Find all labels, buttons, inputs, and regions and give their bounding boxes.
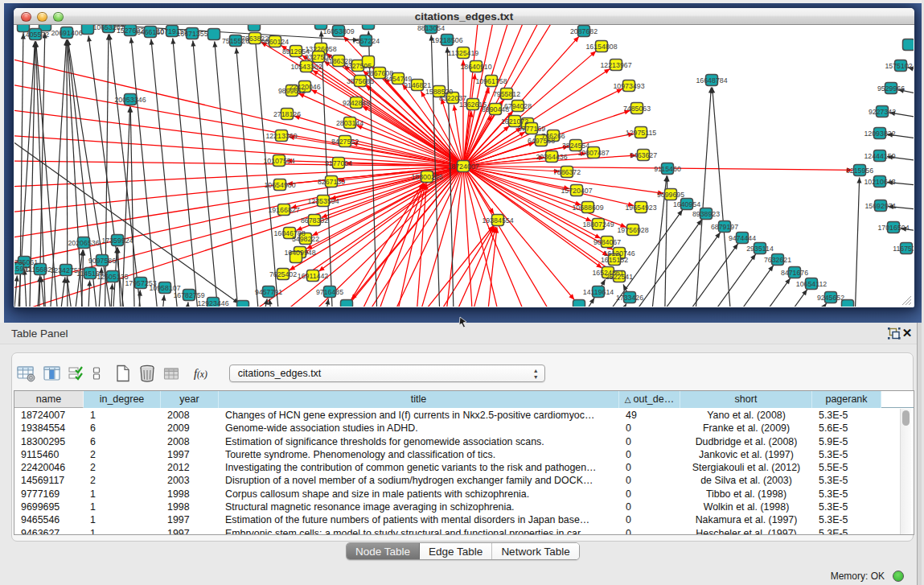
graph-node[interactable] xyxy=(82,25,94,35)
float-window-icon[interactable] xyxy=(888,328,901,340)
tab-network-table[interactable]: Network Table xyxy=(492,543,578,560)
graph-node-label: 2935114 xyxy=(746,245,774,253)
delete-icon[interactable] xyxy=(138,365,156,382)
graph-node-label: 9474444 xyxy=(729,234,756,242)
graph-node[interactable] xyxy=(363,25,375,30)
table-header-row[interactable]: namein_degreeyeartitle△out_de…shortpager… xyxy=(14,391,914,408)
tab-node-table[interactable]: Node Table xyxy=(347,543,420,560)
select-rows-icon[interactable] xyxy=(68,365,84,382)
graph-node-label: 9245652 xyxy=(817,294,844,302)
memory-status-label: Memory: OK xyxy=(831,571,885,582)
graph-node-label: 1640954 xyxy=(673,200,700,208)
graph-node-label: 9660124 xyxy=(261,38,289,46)
graph-node-label: 1167533 xyxy=(893,245,914,253)
window-resize-grip[interactable] xyxy=(901,295,912,306)
table-vertical-scrollbar[interactable] xyxy=(900,409,911,534)
table-cell: 5.3E-5 xyxy=(812,474,881,487)
table-row[interactable]: 1872400712008Changes of HCN gene express… xyxy=(14,409,881,422)
graph-node-label: 10210643 xyxy=(864,178,895,186)
combo-stepper-icon[interactable]: ▲▼ xyxy=(533,368,539,381)
graph-node-label: 7357224 xyxy=(352,37,380,45)
scrollbar-thumb[interactable] xyxy=(902,410,910,426)
graph-node[interactable] xyxy=(573,300,585,307)
graph-node-label: 19756928 xyxy=(617,226,648,234)
function-builder-icon[interactable]: f(x) xyxy=(194,367,207,381)
table-cell: Corpus callosum shape and size in male p… xyxy=(219,488,619,501)
table-row[interactable]: 977716911998Corpus callosum shape and si… xyxy=(14,488,881,501)
table-row[interactable]: 1938455462009Genome-wide association stu… xyxy=(14,422,881,435)
network-select[interactable]: citations_edges.txt ▲▼ xyxy=(229,365,545,382)
graph-node-label: 8427552 xyxy=(331,138,359,146)
graph-node[interactable] xyxy=(341,300,353,307)
table-cell: 5.3E-5 xyxy=(812,527,881,535)
column-header-year[interactable]: year xyxy=(161,391,219,408)
column-header-title[interactable]: title xyxy=(219,391,619,408)
table-row[interactable]: 946362711997Embryonic stem cells: a mode… xyxy=(14,527,881,535)
graph-node-label: 9899612 xyxy=(278,87,306,95)
table-row[interactable]: 2242004622012Investigating the contribut… xyxy=(14,461,881,474)
citation-network-graph[interactable]: 1405572206914061065326715276026466160107… xyxy=(14,25,914,307)
table-row[interactable]: 969969511998Structural magnetic resonanc… xyxy=(14,501,881,513)
graph-node-label: 6497568 xyxy=(528,137,555,145)
column-header-pagerank[interactable]: pagerank xyxy=(812,391,881,408)
column-header-short[interactable]: short xyxy=(680,391,812,408)
graph-node-label: 9227342 xyxy=(869,108,896,116)
table-row[interactable]: 1830029562008Estimation of significance … xyxy=(14,435,881,448)
table-cell: Tourette syndrome. Phenomenology and cla… xyxy=(219,448,619,461)
graph-node-label: 9115460 xyxy=(654,165,681,173)
table-body[interactable]: 1872400712008Changes of HCN gene express… xyxy=(14,409,881,535)
table-row[interactable]: 1456911722003Disruption of a novel membe… xyxy=(14,474,881,487)
table-cell: 6 xyxy=(84,422,161,435)
graph-node-label: 19384554 xyxy=(482,216,513,225)
row-height-icon[interactable] xyxy=(92,365,101,382)
table-cell: 0 xyxy=(619,461,680,474)
graph-node-label: 12353594 xyxy=(307,197,339,205)
node-table[interactable]: namein_degreeyeartitle△out_de…shortpager… xyxy=(14,390,914,535)
graph-node[interactable] xyxy=(248,25,261,31)
table-tabs: Node TableEdge TableNetwork Table xyxy=(346,542,580,560)
graph-node-label: 20053346 xyxy=(114,96,146,104)
graph-node[interactable] xyxy=(208,29,220,40)
table-cell: 0 xyxy=(619,422,680,435)
table-settings-icon[interactable] xyxy=(17,365,36,382)
graph-node-label: 8267130 xyxy=(318,178,345,186)
window-titlebar[interactable]: citations_edges.txt xyxy=(14,8,914,25)
table-cell: 2 xyxy=(84,474,161,487)
graph-node-label: 1405572 xyxy=(22,31,49,39)
graph-node-label: 10807487 xyxy=(577,149,609,157)
graph-node-label: 5498222 xyxy=(292,235,319,243)
table-cell: Structural magnetic resonance image aver… xyxy=(219,501,619,513)
graph-node-label: 9457791 xyxy=(255,288,282,296)
table-cell: 5.5E-5 xyxy=(812,461,881,474)
tab-edge-table[interactable]: Edge Table xyxy=(420,543,492,560)
close-icon[interactable]: ✕ xyxy=(901,327,914,340)
table-cell: Yano et al. (2008) xyxy=(680,409,812,422)
column-header-in_degree[interactable]: in_degree xyxy=(84,391,161,408)
table-row[interactable]: 946554611997Estimation of the future num… xyxy=(14,513,881,526)
graph-node[interactable] xyxy=(237,301,249,307)
table-row[interactable]: 911546021997Tourette syndrome. Phenomeno… xyxy=(14,448,881,461)
table-cell: 49 xyxy=(619,409,680,422)
table-cell: 2 xyxy=(84,448,161,461)
column-header-name[interactable]: name xyxy=(14,391,84,408)
table-cell: 1 xyxy=(84,501,161,513)
column-header-out_de[interactable]: △out_de… xyxy=(619,391,680,408)
table-cell: 5.9E-5 xyxy=(812,435,881,448)
table-cell: 5.3E-5 xyxy=(812,501,881,513)
graph-node-label: 9097586 xyxy=(88,257,116,265)
graph-node[interactable] xyxy=(903,39,914,51)
graph-node-label: 10688609 xyxy=(572,204,603,212)
table-cell: Tibbo et al. (1998) xyxy=(680,488,812,501)
graph-node-label: 10543362 xyxy=(290,63,322,71)
graph-node-label: 9242848 xyxy=(343,99,370,107)
graph-node-label: 12975115 xyxy=(626,129,657,137)
graph-node-label: 16671355 xyxy=(176,30,207,38)
graph-node-label: 7632621 xyxy=(764,256,791,264)
new-file-icon[interactable] xyxy=(115,365,131,382)
column-chooser-icon[interactable] xyxy=(43,365,61,382)
graph-node-label: 12444159 xyxy=(864,152,895,160)
graph-node-label: 19654923 xyxy=(625,204,656,212)
network-view-window[interactable]: citations_edges.txt 14055722069140610653… xyxy=(14,8,914,307)
table-cell: 0 xyxy=(619,513,680,526)
network-graph-canvas[interactable]: 1405572206914061065326715276026466160107… xyxy=(14,25,914,307)
